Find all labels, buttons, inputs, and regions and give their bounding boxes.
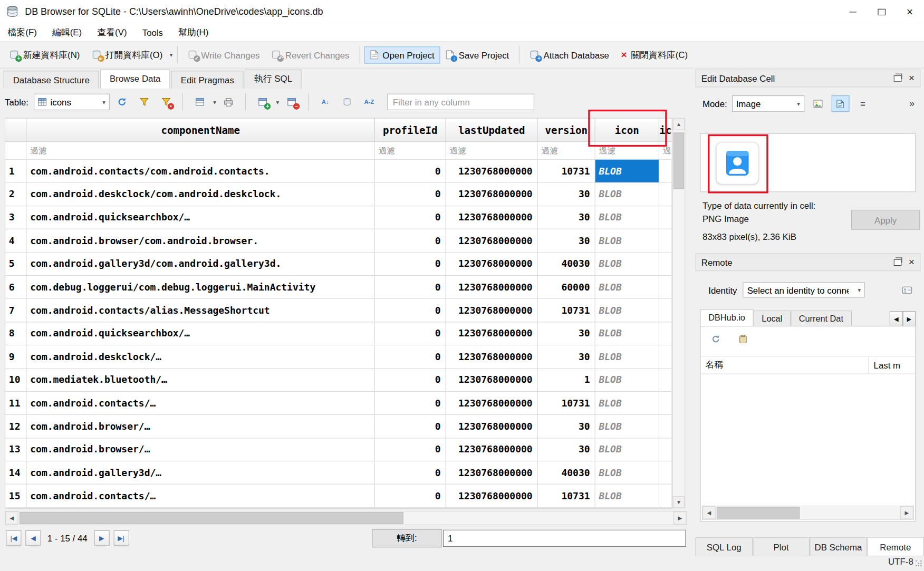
cell-profileId[interactable]: 0 [375,206,446,229]
tab-local[interactable]: Local [754,311,791,326]
goto-record-input[interactable] [443,530,686,547]
insert-record-dropdown-icon[interactable]: ▾ [276,99,279,105]
new-database-button[interactable]: + 新建資料庫(N) [4,46,86,64]
cell-icon[interactable]: BLOB [595,461,659,485]
cell-lastUpdated[interactable]: 1230768000000 [446,253,538,276]
cell-version[interactable]: 10731 [538,392,595,415]
table-row[interactable]: 12 com.android.browser/… 0 1230768000000… [5,415,671,438]
close-button[interactable]: × [896,0,924,24]
cell-icon[interactable]: BLOB [595,485,659,508]
cell-lastUpdated[interactable]: 1230768000000 [446,322,538,345]
open-database-button[interactable]: ▸ 打開資料庫(O) [86,46,169,64]
cell-componentName[interactable]: com.android.browser/… [27,415,375,438]
grid-hscroll-thumb[interactable] [20,512,403,524]
cell-icon[interactable]: BLOB [595,276,659,299]
save-table-button[interactable] [190,93,209,111]
cell-icon[interactable]: BLOB [595,183,659,206]
cell-lastUpdated[interactable]: 1230768000000 [446,392,538,415]
table-row[interactable]: 9 com.android.deskclock/… 0 123076800000… [5,345,671,369]
import-identity-button[interactable] [898,282,916,298]
cell-icon[interactable]: BLOB [595,160,659,183]
previous-page-button[interactable]: ◀ [25,530,41,546]
cell-componentName[interactable]: com.android.contacts/… [27,485,375,508]
print-button[interactable] [219,93,238,111]
remote-refresh-button[interactable] [707,331,725,347]
cell-lastUpdated[interactable]: 1230768000000 [446,461,538,485]
identity-select[interactable]: Select an identity to conne ▾ [743,282,865,297]
cell-componentName[interactable]: com.android.contacts/alias.MessageShortc… [27,299,375,322]
cell-clipped[interactable] [659,276,672,299]
tab-plot[interactable]: Plot [753,537,810,556]
table-row[interactable]: 1 com.android.contacts/com.android.conta… [5,160,671,183]
minimize-button[interactable] [839,0,867,24]
cell-componentName[interactable]: com.android.contacts/com.android.contact… [27,160,375,183]
tab-sql-log[interactable]: SQL Log [695,537,752,556]
encoding-status[interactable]: UTF-8 [875,556,913,566]
cell-version[interactable]: 30 [538,206,595,229]
cell-clipped[interactable] [659,322,672,345]
menu-tools[interactable]: Tools [134,24,171,42]
scroll-right-icon[interactable]: ▶ [673,511,687,525]
table-row[interactable]: 14 com.android.gallery3d/… 0 12307680000… [5,461,671,485]
mode-select[interactable]: Image ▾ [732,95,804,112]
save-filter-button[interactable]: • [157,93,176,111]
write-changes-button[interactable]: ✓ Write Changes [181,46,265,63]
column-header-profileId[interactable]: profileId [375,119,446,142]
close-dock-icon[interactable]: × [909,257,915,267]
tab-current-database[interactable]: Current Dat [791,311,852,326]
cell-icon[interactable]: BLOB [595,299,659,322]
scroll-left-icon[interactable]: ◀ [5,511,18,525]
clear-filters-button[interactable] [134,93,153,111]
cell-version[interactable]: 10731 [538,485,595,508]
cell-componentName[interactable]: com.android.browser/… [27,438,375,461]
cell-version[interactable]: 40030 [538,253,595,276]
blob-image[interactable] [716,142,759,184]
cell-clipped[interactable] [659,253,672,276]
cell-icon[interactable]: BLOB [595,253,659,276]
cell-lastUpdated[interactable]: 1230768000000 [446,438,538,461]
cell-profileId[interactable]: 0 [375,461,446,485]
open-database-dropdown-icon[interactable]: ▾ [170,52,173,58]
remote-horizontal-scrollbar[interactable]: ◀ ▶ [702,506,914,520]
cell-lastUpdated[interactable]: 1230768000000 [446,206,538,229]
filter-clipped[interactable]: 過濾 [659,142,672,160]
word-wrap-button[interactable]: ≡ [854,95,872,112]
cell-icon[interactable]: BLOB [595,206,659,229]
cell-profileId[interactable]: 0 [375,229,446,253]
float-dock-icon[interactable] [894,259,902,265]
scroll-left-icon[interactable]: ◀ [702,506,716,519]
cell-componentName[interactable]: com.android.gallery3d/… [27,461,375,485]
table-row[interactable]: 11 com.android.contacts/… 0 123076800000… [5,392,671,415]
cell-profileId[interactable]: 0 [375,415,446,438]
cell-clipped[interactable] [659,206,672,229]
cell-version[interactable]: 30 [538,345,595,369]
table-row[interactable]: 5 com.android.gallery3d/com.android.gall… [5,253,671,276]
cell-profileId[interactable]: 0 [375,183,446,206]
tabs-scroll-left-icon[interactable]: ◀ [890,311,903,326]
cell-profileId[interactable]: 0 [375,392,446,415]
cell-lastUpdated[interactable]: 1230768000000 [446,415,538,438]
revert-changes-button[interactable]: ↶ Revert Changes [266,46,355,63]
import-image-button[interactable] [809,95,827,112]
cell-version[interactable]: 10731 [538,160,595,183]
close-dock-icon[interactable]: × [909,74,915,83]
cell-componentName[interactable]: com.android.quicksearchbox/… [27,322,375,345]
cell-profileId[interactable]: 0 [375,253,446,276]
cell-clipped[interactable] [659,229,672,253]
menu-file[interactable]: 檔案(F) [0,24,44,42]
cell-version[interactable]: 30 [538,438,595,461]
cell-icon[interactable]: BLOB [595,392,659,415]
cell-lastUpdated[interactable]: 1230768000000 [446,345,538,369]
column-header-version[interactable]: version [538,119,595,142]
cell-icon[interactable]: BLOB [595,229,659,253]
goto-button[interactable]: 轉到: [372,529,442,548]
filter-any-column-input[interactable] [388,94,535,110]
tab-dbhub[interactable]: DBHub.io [700,309,753,326]
cell-clipped[interactable] [659,160,672,183]
save-project-button[interactable]: ↓ Save Project [440,46,515,63]
cell-clipped[interactable] [659,485,672,508]
toolbar-overflow-icon[interactable]: » [909,99,915,109]
cell-profileId[interactable]: 0 [375,438,446,461]
cell-clipped[interactable] [659,438,672,461]
maximize-button[interactable] [867,0,896,24]
